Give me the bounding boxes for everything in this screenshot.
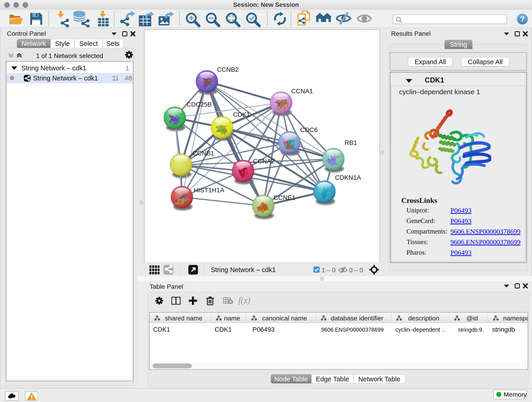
svg-text:CDK1: CDK1 (233, 111, 250, 118)
svg-text:CDC6: CDC6 (300, 126, 317, 133)
svg-text:HIST1H1A: HIST1H1A (194, 186, 224, 194)
svg-text:CCNA1: CCNA1 (291, 88, 313, 95)
svg-text:CDKN1A: CDKN1A (335, 174, 361, 181)
svg-text:RB1: RB1 (345, 139, 357, 146)
svg-text:CCNE1: CCNE1 (273, 194, 295, 201)
svg-text:CCNB1: CCNB1 (192, 150, 214, 157)
svg-text:CCNB2: CCNB2 (217, 66, 239, 73)
svg-text:CCNA2: CCNA2 (253, 158, 275, 165)
svg-text:CDC25B: CDC25B (186, 101, 212, 108)
